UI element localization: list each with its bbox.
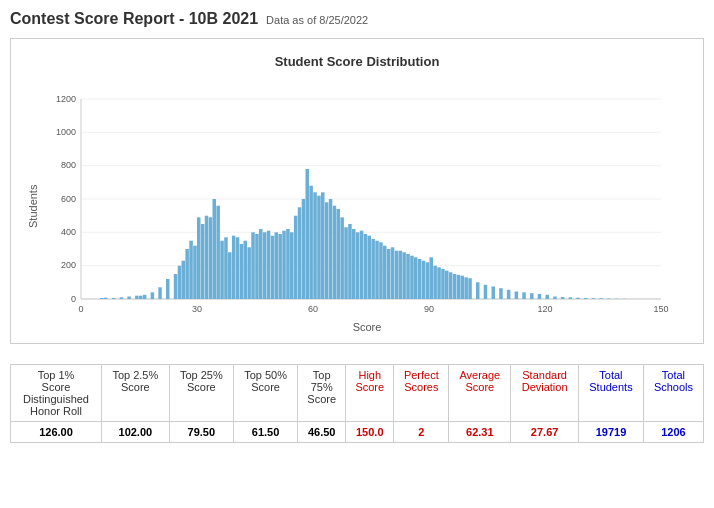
svg-rect-108 — [464, 277, 468, 299]
svg-rect-35 — [182, 261, 186, 299]
svg-rect-88 — [387, 249, 391, 299]
svg-text:0: 0 — [71, 294, 76, 304]
svg-rect-126 — [600, 298, 604, 299]
svg-rect-122 — [569, 297, 573, 299]
th-top2-5: Top 2.5%Score — [101, 365, 169, 422]
svg-rect-98 — [426, 262, 430, 299]
svg-rect-42 — [209, 217, 213, 299]
svg-rect-79 — [352, 229, 356, 299]
svg-rect-104 — [449, 272, 453, 299]
svg-rect-101 — [437, 267, 441, 299]
svg-rect-29 — [143, 295, 147, 299]
svg-rect-72 — [325, 202, 329, 299]
svg-rect-106 — [457, 275, 461, 299]
svg-rect-57 — [267, 231, 271, 299]
th-average: AverageScore — [449, 365, 511, 422]
svg-rect-99 — [430, 257, 434, 299]
svg-rect-66 — [302, 199, 306, 299]
svg-rect-26 — [127, 297, 130, 300]
svg-rect-45 — [220, 241, 224, 299]
svg-rect-61 — [282, 231, 286, 299]
svg-rect-55 — [259, 229, 263, 299]
svg-rect-48 — [232, 236, 236, 299]
chart-container: Student Score Distribution Students — [10, 38, 704, 344]
val-stddev: 27.67 — [511, 422, 579, 443]
th-top1: Top 1%ScoreDistinguishedHonor Roll — [11, 365, 102, 422]
chart-inner: 1200 1000 800 600 400 200 0 0 30 60 90 1… — [41, 79, 693, 333]
svg-rect-102 — [441, 269, 445, 299]
svg-rect-68 — [309, 186, 313, 299]
svg-rect-85 — [375, 241, 379, 299]
stats-section: Top 1%ScoreDistinguishedHonor Roll Top 2… — [10, 364, 704, 443]
svg-text:600: 600 — [61, 194, 76, 204]
svg-rect-69 — [313, 192, 317, 299]
svg-rect-74 — [333, 206, 337, 299]
svg-rect-116 — [522, 292, 526, 299]
val-top1: 126.00 — [11, 422, 102, 443]
th-top25: Top 25%Score — [169, 365, 233, 422]
svg-rect-49 — [236, 237, 240, 299]
svg-rect-34 — [178, 266, 182, 299]
svg-rect-105 — [453, 274, 457, 299]
svg-rect-39 — [197, 217, 201, 299]
svg-rect-93 — [406, 254, 410, 299]
svg-rect-63 — [290, 232, 294, 299]
svg-rect-109 — [468, 278, 472, 299]
svg-rect-83 — [368, 236, 372, 299]
val-top25: 79.50 — [169, 422, 233, 443]
svg-rect-54 — [255, 234, 259, 299]
svg-rect-112 — [492, 287, 496, 300]
svg-rect-87 — [383, 246, 387, 299]
header-date: Data as of 8/25/2022 — [266, 14, 368, 26]
svg-rect-114 — [507, 290, 511, 299]
th-perfect: PerfectScores — [394, 365, 449, 422]
svg-rect-38 — [193, 246, 197, 299]
stats-header-row: Top 1%ScoreDistinguishedHonor Roll Top 2… — [11, 365, 704, 422]
svg-rect-30 — [151, 292, 155, 299]
svg-text:400: 400 — [61, 227, 76, 237]
svg-rect-37 — [189, 241, 193, 299]
svg-rect-123 — [576, 298, 580, 299]
svg-text:90: 90 — [424, 304, 434, 314]
svg-rect-40 — [201, 224, 205, 299]
svg-text:60: 60 — [308, 304, 318, 314]
svg-rect-64 — [294, 216, 298, 299]
svg-rect-27 — [135, 296, 139, 299]
svg-rect-70 — [317, 196, 321, 299]
svg-text:120: 120 — [537, 304, 552, 314]
svg-rect-103 — [445, 271, 449, 299]
svg-rect-73 — [329, 199, 333, 299]
svg-rect-115 — [515, 292, 519, 300]
svg-rect-65 — [298, 207, 302, 299]
bars — [100, 169, 626, 299]
svg-rect-44 — [216, 206, 220, 299]
svg-text:200: 200 — [61, 260, 76, 270]
svg-rect-94 — [410, 256, 414, 299]
svg-rect-107 — [461, 276, 465, 299]
svg-rect-95 — [414, 257, 418, 299]
svg-rect-23 — [104, 298, 108, 299]
chart-title: Student Score Distribution — [21, 54, 693, 69]
svg-rect-50 — [240, 244, 244, 299]
svg-rect-118 — [538, 294, 542, 299]
svg-rect-59 — [275, 232, 279, 299]
svg-rect-77 — [344, 227, 348, 299]
stats-table: Top 1%ScoreDistinguishedHonor Roll Top 2… — [10, 364, 704, 443]
svg-rect-25 — [120, 297, 124, 299]
svg-rect-82 — [364, 234, 368, 299]
svg-rect-75 — [337, 209, 341, 299]
svg-rect-32 — [166, 279, 170, 299]
svg-rect-46 — [224, 237, 228, 299]
val-high: 150.0 — [346, 422, 394, 443]
svg-rect-124 — [584, 298, 588, 299]
svg-rect-60 — [278, 234, 282, 299]
svg-rect-127 — [607, 299, 611, 300]
svg-rect-71 — [321, 192, 325, 299]
svg-rect-100 — [433, 266, 437, 299]
th-total-schools: TotalSchools — [643, 365, 703, 422]
svg-rect-121 — [561, 297, 565, 299]
svg-rect-76 — [340, 217, 344, 299]
svg-rect-31 — [158, 287, 162, 299]
svg-rect-53 — [251, 232, 255, 299]
svg-rect-80 — [356, 232, 360, 299]
